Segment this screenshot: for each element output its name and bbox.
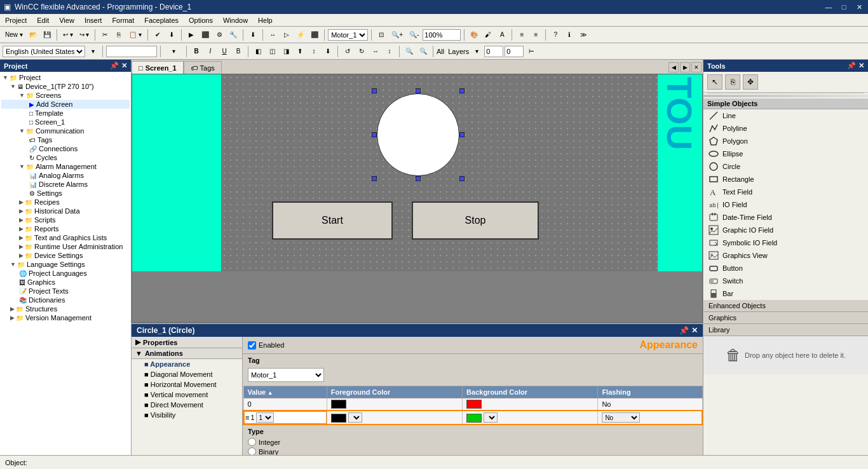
zoom-out-button[interactable]: 🔍-	[407, 29, 421, 41]
scroll-expand-button[interactable]: ⊞	[693, 322, 702, 323]
tool-iofield[interactable]: ab| IO Field	[703, 198, 868, 211]
start-button-canvas[interactable]: Start	[272, 201, 393, 240]
tab-close-button[interactable]: ✕	[691, 62, 702, 72]
tree-item-cycles[interactable]: ↻ Cycles	[1, 153, 130, 162]
align-bot[interactable]: ⬇	[322, 45, 334, 58]
info-button[interactable]: ℹ	[563, 29, 576, 41]
tree-item-communication[interactable]: ▼ 📁 Communication	[1, 126, 130, 135]
minimize-button[interactable]: —	[824, 3, 834, 11]
tree-item-historical[interactable]: ▶ 📁 Historical Data	[1, 207, 130, 215]
align-down-button[interactable]: ⬇	[247, 29, 259, 41]
tree-item-alarm-mgmt[interactable]: ▼ 📁 Alarm Management	[1, 162, 130, 171]
tree-item-proj-texts[interactable]: 📝 Project Texts	[1, 287, 130, 296]
canvas-scroll[interactable]: Start Stop TOU	[132, 74, 702, 322]
save-button[interactable]: 💾	[41, 29, 53, 41]
language-select[interactable]: English (United States)	[3, 46, 85, 57]
bg-color-box[interactable]	[466, 400, 482, 409]
undo-button[interactable]: ↩ ▾	[60, 29, 76, 41]
tree-item-textgraphics[interactable]: ▶ 📁 Text and Graphics Lists	[1, 233, 130, 242]
menu-format[interactable]: Format	[107, 15, 139, 25]
library-section[interactable]: Library	[703, 324, 868, 336]
tree-item-recipes[interactable]: ▶ 📁 Recipes	[1, 198, 130, 207]
tree-item-dictionaries[interactable]: 📚 Dictionaries	[1, 296, 130, 304]
stop-run-button[interactable]: ⬛	[199, 29, 212, 41]
align-center[interactable]: ◫	[266, 45, 278, 58]
cut-button[interactable]: ✂	[98, 29, 111, 41]
cell-bg[interactable]	[463, 411, 598, 425]
props-item-diagonal[interactable]: ■ Diagonal Movement	[132, 369, 242, 379]
stop2-button[interactable]: ⬛	[308, 29, 321, 41]
color2-button[interactable]: 🖌	[482, 29, 494, 41]
menu-window[interactable]: Window	[218, 15, 253, 25]
props-item-appearance[interactable]: ■ Appearance	[132, 359, 242, 369]
rotate-left[interactable]: ↺	[341, 45, 354, 58]
fg-select[interactable]	[348, 412, 362, 423]
run-button[interactable]: ▶	[185, 29, 198, 41]
menu-insert[interactable]: Insert	[79, 15, 107, 25]
tool-polygon[interactable]: Polygon	[703, 135, 868, 147]
enabled-checkbox[interactable]	[248, 341, 256, 350]
props-section-animations[interactable]: ▼ Animations	[132, 348, 242, 359]
sim-button[interactable]: ⚡	[294, 29, 307, 41]
bold-color-button[interactable]: A	[496, 29, 508, 41]
tree-item-connections[interactable]: 🔗 Connections	[1, 144, 130, 153]
project-pin-icon[interactable]: 📌	[110, 62, 119, 70]
props-item-visibility[interactable]: ■ Visibility	[132, 410, 242, 420]
text-input-field[interactable]	[106, 46, 157, 57]
tree-item-screens[interactable]: ▼ 📁 Screens	[1, 91, 130, 100]
menu-options[interactable]: Options	[184, 15, 218, 25]
tool-polyline[interactable]: Polyline	[703, 122, 868, 135]
align-button[interactable]: ≡	[515, 29, 528, 41]
layer-input2[interactable]	[505, 46, 524, 57]
fg-color-box[interactable]	[331, 400, 346, 409]
stop-button-canvas[interactable]: Stop	[412, 201, 539, 240]
flip-v[interactable]: ↕	[383, 45, 396, 58]
tree-item-proj-langs[interactable]: 🌐 Project Languages	[1, 269, 130, 278]
tool-datetimefield[interactable]: Date-Time Field	[703, 211, 868, 224]
color1-button[interactable]: 🎨	[468, 29, 480, 41]
new-button[interactable]: New ▾	[3, 29, 25, 41]
runtime-button[interactable]: ▷	[280, 29, 293, 41]
props-section-properties[interactable]: ▶ Properties	[132, 337, 242, 348]
redo-button[interactable]: ↪ ▾	[77, 29, 92, 41]
tree-item-screen1[interactable]: □ Screen_1	[1, 118, 130, 126]
italic-button[interactable]: I	[204, 45, 217, 58]
open-button[interactable]: 📂	[27, 29, 39, 41]
zoom-fit-button[interactable]: ⊡	[375, 29, 388, 41]
tool-textfield[interactable]: A Text Field	[703, 186, 868, 198]
circle-object[interactable]	[377, 93, 459, 176]
tool-ellipse[interactable]: Ellipse	[703, 147, 868, 160]
col-fg[interactable]: Foreground Color	[327, 386, 462, 398]
flash-select[interactable]: No	[602, 412, 640, 423]
zoom4[interactable]: 🔍	[417, 45, 430, 58]
tool-rectangle[interactable]: Rectangle	[703, 173, 868, 186]
align-right[interactable]: ◨	[280, 45, 292, 58]
compile-button[interactable]: ✔	[151, 29, 164, 41]
zoom-input[interactable]	[423, 29, 461, 41]
tree-item-lang-settings[interactable]: ▼ 📁 Language Settings	[1, 260, 130, 269]
zoom3[interactable]: 🔍	[403, 45, 416, 58]
zoom-in-button[interactable]: 🔍+	[389, 29, 405, 41]
enhanced-objects-section[interactable]: Enhanced Objects	[703, 300, 868, 312]
more-button[interactable]: ≫	[577, 29, 590, 41]
transfer-button[interactable]: ↔	[266, 29, 279, 41]
download-button[interactable]: ⬇	[165, 29, 178, 41]
cell-fg[interactable]	[327, 398, 462, 411]
tree-item-runtime-user[interactable]: ▶ 📁 Runtime User Administration	[1, 242, 130, 251]
col-flash[interactable]: Flashing	[598, 386, 702, 398]
tree-item-addscreen[interactable]: ▶ Add Screen	[1, 100, 130, 109]
project-close-icon[interactable]: ✕	[121, 62, 127, 70]
cell-bg[interactable]	[463, 398, 598, 411]
help-button[interactable]: ?	[549, 29, 562, 41]
props-item-direct[interactable]: ■ Direct Movement	[132, 400, 242, 410]
simple-objects-header[interactable]: Simple Objects	[703, 99, 868, 109]
layers-dropdown[interactable]: ▾	[470, 45, 483, 58]
tree-item-device-settings[interactable]: ▶ 📁 Device Settings	[1, 251, 130, 260]
end-button[interactable]: ⊢	[525, 45, 538, 58]
tool3-button[interactable]: 🔧	[227, 29, 240, 41]
tree-item-scripts[interactable]: ▶ 📁 Scripts	[1, 215, 130, 224]
settings-button[interactable]: ⚙	[213, 29, 226, 41]
tree-item-reports[interactable]: ▶ 📁 Reports	[1, 224, 130, 233]
tree-item-tags[interactable]: 🏷 Tags	[1, 135, 130, 144]
menu-help[interactable]: Help	[253, 15, 278, 25]
